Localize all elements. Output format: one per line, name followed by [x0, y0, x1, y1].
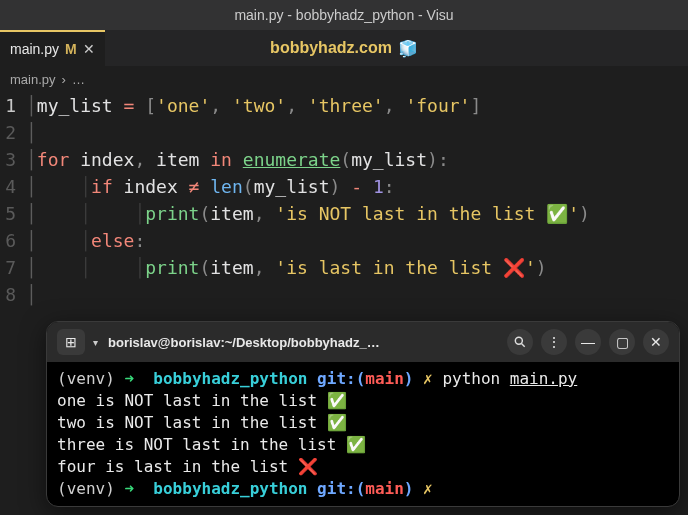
- search-icon[interactable]: [507, 329, 533, 355]
- line-number: 8: [0, 281, 26, 308]
- tab-row: main.py M ✕ bobbyhadz.com 🧊: [0, 30, 688, 66]
- maximize-button[interactable]: ▢: [609, 329, 635, 355]
- line-number: 3: [0, 146, 26, 173]
- modified-indicator: M: [65, 41, 77, 57]
- terminal-body[interactable]: (venv) ➜ bobbyhadz_python git:(main) ✗ p…: [47, 362, 679, 506]
- svg-line-1: [521, 343, 524, 346]
- code-line[interactable]: 8│: [0, 281, 688, 308]
- chevron-right-icon: ›: [62, 72, 66, 87]
- watermark: bobbyhadz.com 🧊: [270, 39, 418, 58]
- breadcrumb[interactable]: main.py › …: [0, 66, 688, 92]
- new-tab-button[interactable]: ⊞: [57, 329, 85, 355]
- line-number: 6: [0, 227, 26, 254]
- breadcrumb-file: main.py: [10, 72, 56, 87]
- code-content: for index, item in enumerate(my_list):: [37, 146, 449, 173]
- watermark-text: bobbyhadz.com: [270, 39, 392, 57]
- svg-point-0: [515, 337, 522, 344]
- terminal-line: (venv) ➜ bobbyhadz_python git:(main) ✗: [57, 478, 669, 500]
- window-titlebar: main.py - bobbyhadz_python - Visu: [0, 0, 688, 30]
- code-content: my_list = ['one', 'two', 'three', 'four'…: [37, 92, 481, 119]
- minimize-button[interactable]: —: [575, 329, 601, 355]
- indent-guides: │: [26, 146, 37, 173]
- indent-guides: │: [26, 92, 37, 119]
- indent-guides: │ │: [26, 173, 91, 200]
- menu-icon[interactable]: ⋮: [541, 329, 567, 355]
- code-line[interactable]: 6│ │ else:: [0, 227, 688, 254]
- terminal-output-line: one is NOT last in the list ✅: [57, 390, 669, 412]
- indent-guides: │ │ │: [26, 254, 145, 281]
- close-icon[interactable]: ✕: [83, 41, 95, 57]
- cube-icon: 🧊: [398, 39, 418, 58]
- terminal-output-line: three is NOT last in the list ✅: [57, 434, 669, 456]
- code-line[interactable]: 4│ │ if index ≠ len(my_list) - 1:: [0, 173, 688, 200]
- code-line[interactable]: 2│: [0, 119, 688, 146]
- terminal-title: borislav@borislav:~/Desktop/bobbyhadz_…: [108, 335, 497, 350]
- code-line[interactable]: 5│ │ │ print(item, 'is NOT last in the l…: [0, 200, 688, 227]
- indent-guides: │ │ │: [26, 200, 145, 227]
- tab-filename: main.py: [10, 41, 59, 57]
- code-content: print(item, 'is NOT last in the list ✅'): [145, 200, 590, 227]
- code-line[interactable]: 3│ for index, item in enumerate(my_list)…: [0, 146, 688, 173]
- line-number: 2: [0, 119, 26, 146]
- tab-main-py[interactable]: main.py M ✕: [0, 30, 105, 66]
- indent-guides: │: [26, 281, 37, 308]
- line-number: 5: [0, 200, 26, 227]
- code-content: else:: [91, 227, 145, 254]
- code-content: if index ≠ len(my_list) - 1:: [91, 173, 395, 200]
- breadcrumb-more: …: [72, 72, 85, 87]
- code-editor[interactable]: 1│ my_list = ['one', 'two', 'three', 'fo…: [0, 92, 688, 308]
- line-number: 1: [0, 92, 26, 119]
- terminal-header: ⊞ ▾ borislav@borislav:~/Desktop/bobbyhad…: [47, 322, 679, 362]
- terminal-window: ⊞ ▾ borislav@borislav:~/Desktop/bobbyhad…: [46, 321, 680, 507]
- code-line[interactable]: 1│ my_list = ['one', 'two', 'three', 'fo…: [0, 92, 688, 119]
- terminal-output-line: four is last in the list ❌: [57, 456, 669, 478]
- terminal-line: (venv) ➜ bobbyhadz_python git:(main) ✗ p…: [57, 368, 669, 390]
- code-content: print(item, 'is last in the list ❌'): [145, 254, 546, 281]
- close-button[interactable]: ✕: [643, 329, 669, 355]
- line-number: 4: [0, 173, 26, 200]
- indent-guides: │: [26, 119, 37, 146]
- terminal-output-line: two is NOT last in the list ✅: [57, 412, 669, 434]
- indent-guides: │ │: [26, 227, 91, 254]
- chevron-down-icon[interactable]: ▾: [93, 337, 98, 348]
- line-number: 7: [0, 254, 26, 281]
- code-line[interactable]: 7│ │ │ print(item, 'is last in the list …: [0, 254, 688, 281]
